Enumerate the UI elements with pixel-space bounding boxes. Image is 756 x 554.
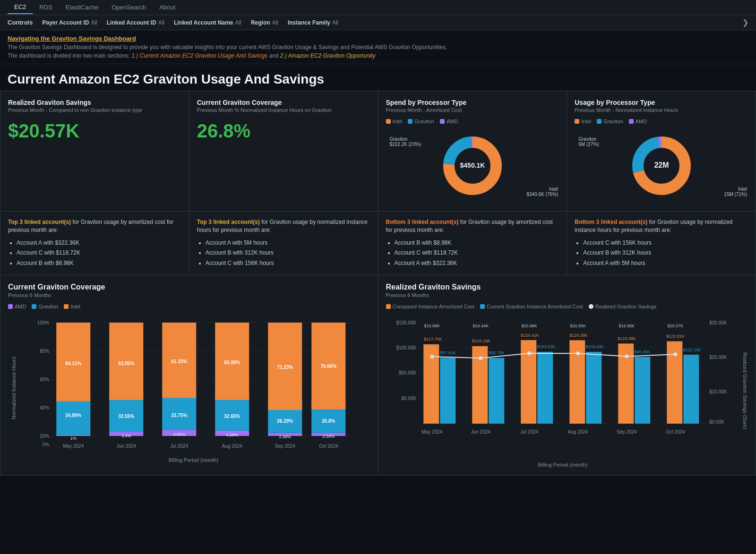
svg-text:$450.1K: $450.1K bbox=[460, 162, 485, 169]
controls-label[interactable]: Controls bbox=[8, 19, 33, 26]
svg-text:80%: 80% bbox=[40, 349, 49, 354]
intel-value: $340.6K (76%) bbox=[527, 192, 558, 197]
svg-text:100%: 100% bbox=[37, 320, 50, 325]
charts-row: Current Graviton Coverage Previous 6 Mon… bbox=[0, 275, 756, 476]
svg-text:26.8%: 26.8% bbox=[322, 418, 335, 424]
svg-text:$100.00K: $100.00K bbox=[396, 345, 416, 350]
savings-dot-jun bbox=[479, 357, 482, 360]
filter-instance-family[interactable]: Instance Family All bbox=[288, 19, 338, 26]
bottom3-amortized-list: Account B with $8.98K Account C with $11… bbox=[386, 238, 559, 269]
card-realized-savings: Realized Graviton Savings Previous Month… bbox=[0, 91, 189, 212]
filter-bar: Controls Payer Account ID All Linked Acc… bbox=[0, 15, 756, 30]
filter-payer-account[interactable]: Payer Account ID All bbox=[42, 19, 97, 26]
svg-text:$20.88K: $20.88K bbox=[521, 324, 537, 328]
svg-text:$103.53K: $103.53K bbox=[537, 344, 555, 349]
svg-text:4.28%: 4.28% bbox=[226, 433, 238, 437]
svg-text:60%: 60% bbox=[40, 377, 49, 382]
bar-jun-current bbox=[489, 358, 504, 424]
intel-label: Intel bbox=[527, 187, 558, 192]
savings-legend: Compared Instance Amortized Cost Current… bbox=[386, 304, 748, 309]
svg-text:$19.44K: $19.44K bbox=[472, 324, 489, 328]
top-nav: EC2 RDS ElastiCache OpenSearch About bbox=[0, 0, 756, 15]
savings-y-label: Realized Graviton Savings (Sum) bbox=[739, 313, 748, 468]
bar-jul-current bbox=[537, 352, 553, 424]
svg-text:$0.00K: $0.00K bbox=[709, 419, 724, 425]
svg-text:71.23%: 71.23% bbox=[277, 365, 293, 370]
accounts-row: Top 3 linked account(s) for Graviton usa… bbox=[0, 212, 756, 275]
svg-text:$20.57K: $20.57K bbox=[667, 324, 683, 328]
account-card-bottom3-amortized: Bottom 3 linked account(s) for Graviton … bbox=[378, 212, 567, 275]
svg-text:34.89%: 34.89% bbox=[65, 413, 81, 418]
card-graviton-coverage-title: Current Graviton Coverage bbox=[197, 99, 370, 106]
tab-elasticache[interactable]: ElastiCache bbox=[59, 1, 105, 14]
coverage-y-label: Normalized Instance Hours bbox=[8, 313, 17, 463]
svg-text:$95.75K: $95.75K bbox=[489, 350, 505, 355]
svg-text:$150.00K: $150.00K bbox=[396, 320, 416, 325]
card-realized-savings-subtitle: Previous Month - Compared to non Gravito… bbox=[8, 107, 181, 113]
chart-savings-title: Realized Graviton Savings bbox=[386, 283, 748, 291]
card-spend-processor-subtitle: Previous Month - Amortized Cost bbox=[386, 107, 559, 113]
savings-x-label: Billing Period (month) bbox=[386, 462, 740, 468]
top3-normalized-list: Account A with 5M hours Account B with 3… bbox=[197, 238, 370, 269]
svg-text:4.92%: 4.92% bbox=[173, 432, 185, 437]
filter-linked-account-name[interactable]: Linked Account Name All bbox=[174, 19, 241, 26]
svg-text:33.75%: 33.75% bbox=[171, 413, 187, 418]
banner-desc2: The dashboard is divided into two main s… bbox=[8, 52, 748, 59]
svg-text:$115.19K: $115.19K bbox=[472, 339, 490, 343]
svg-text:Oct 2024: Oct 2024 bbox=[665, 429, 685, 435]
svg-text:61.33%: 61.33% bbox=[171, 359, 187, 364]
tab-opensearch[interactable]: OpenSearch bbox=[105, 1, 153, 14]
svg-text:Jun 2024: Jun 2024 bbox=[117, 443, 137, 449]
bar-sep-current bbox=[635, 357, 650, 424]
info-banner: Navigating the Graviton Savings Dashboar… bbox=[0, 30, 756, 64]
svg-text:$119.38K: $119.38K bbox=[618, 336, 636, 341]
svg-text:$0.00K: $0.00K bbox=[401, 396, 416, 401]
account-card-bottom3-normalized: Bottom 3 linked account(s) for Graviton … bbox=[567, 212, 756, 275]
bottom3-amortized-highlight: Bottom 3 linked account(s) bbox=[386, 219, 459, 225]
svg-text:$19.98K: $19.98K bbox=[619, 324, 635, 328]
svg-text:2.54%: 2.54% bbox=[322, 434, 335, 439]
tab-rds[interactable]: RDS bbox=[33, 1, 59, 14]
bottom3-normalized-list: Account C with 156K hours Account B with… bbox=[575, 238, 748, 269]
svg-text:$20.00K: $20.00K bbox=[709, 355, 727, 360]
svg-text:$50.00K: $50.00K bbox=[398, 370, 416, 375]
svg-text:Sep 2024: Sep 2024 bbox=[616, 429, 636, 435]
tab-about[interactable]: About bbox=[153, 1, 182, 14]
usage-intel-value: 15M (71%) bbox=[724, 192, 747, 197]
filter-region[interactable]: Region All bbox=[251, 19, 278, 26]
top3-amortized-list: Account A with $322.36K Account C with $… bbox=[8, 238, 181, 269]
card-graviton-coverage: Current Graviton Coverage Previous Month… bbox=[189, 91, 378, 212]
card-realized-savings-title: Realized Graviton Savings bbox=[8, 99, 181, 106]
card-spend-processor: Spend by Processor Type Previous Month -… bbox=[378, 91, 567, 212]
svg-text:0%: 0% bbox=[43, 442, 50, 447]
svg-text:$122.81K: $122.81K bbox=[666, 334, 685, 339]
svg-text:$117.70K: $117.70K bbox=[424, 337, 442, 341]
svg-text:22M: 22M bbox=[654, 161, 669, 169]
top3-normalized-highlight: Top 3 linked account(s) bbox=[197, 219, 260, 225]
svg-text:$99.39K: $99.39K bbox=[634, 349, 650, 354]
bar-aug-current bbox=[586, 352, 601, 424]
expand-icon[interactable]: ❯ bbox=[742, 18, 748, 27]
usage-intel-label: Intel bbox=[724, 187, 747, 192]
banner-desc1: The Graviton Savings Dashboard is design… bbox=[8, 44, 748, 51]
svg-text:63.08%: 63.08% bbox=[224, 360, 240, 365]
svg-text:$103.43K: $103.43K bbox=[585, 344, 604, 349]
tab-ec2[interactable]: EC2 bbox=[8, 0, 33, 14]
spend-legend: Intel Graviton AMD bbox=[386, 119, 559, 124]
svg-text:$124.41K: $124.41K bbox=[521, 333, 539, 338]
svg-text:1%: 1% bbox=[70, 436, 77, 441]
graviton-value: $102.2K (23%) bbox=[390, 142, 421, 147]
card-spend-processor-title: Spend by Processor Type bbox=[386, 99, 559, 106]
savings-dot-may bbox=[430, 355, 434, 358]
section1-header: Current Amazon EC2 Graviton Usage And Sa… bbox=[0, 64, 756, 91]
savings-dot-sep bbox=[625, 355, 628, 358]
coverage-legend: AMD Graviton Intel bbox=[8, 304, 370, 309]
filter-linked-account-id[interactable]: Linked Account ID All bbox=[107, 19, 164, 26]
card-usage-processor: Usage by Processor Type Previous Month -… bbox=[567, 91, 756, 212]
card-usage-processor-subtitle: Previous Month - Normalized Instance Hou… bbox=[575, 107, 748, 113]
svg-text:64.11%: 64.11% bbox=[65, 361, 81, 366]
savings-dot-oct bbox=[673, 353, 677, 357]
svg-text:Jul 2024: Jul 2024 bbox=[170, 443, 188, 449]
coverage-x-label: Billing Period (month) bbox=[17, 457, 370, 463]
svg-text:32.65%: 32.65% bbox=[224, 414, 240, 419]
